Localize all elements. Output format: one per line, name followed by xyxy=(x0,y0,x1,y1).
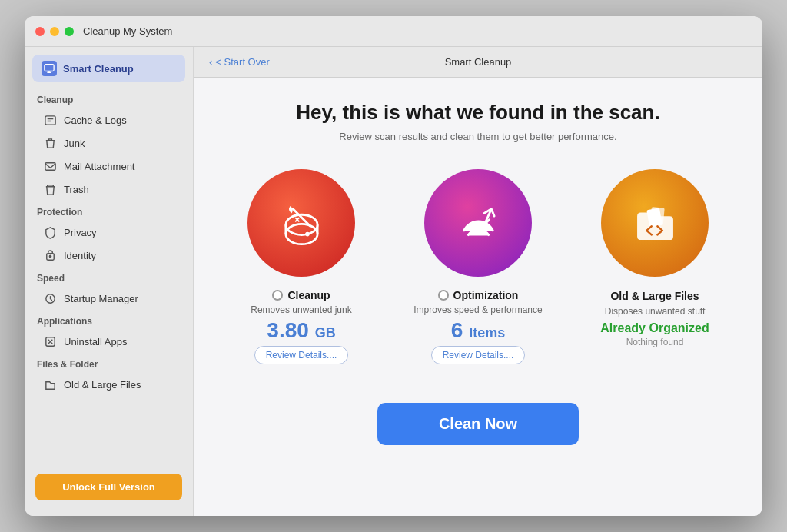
main-layout: Smart Cleanup Cleanup Cache & Logs xyxy=(25,47,762,516)
svg-rect-21 xyxy=(649,207,664,225)
section-label-protection: Protection xyxy=(25,201,193,221)
scan-headline: Hey, this is what we found in the scan. xyxy=(296,101,659,125)
cleanup-card-value: 3.80 GB xyxy=(267,320,335,341)
section-label-cleanup: Cleanup xyxy=(25,88,193,108)
old-large-files-card-desc: Disposes unwanted stuff xyxy=(605,306,706,317)
titlebar: Cleanup My System xyxy=(25,16,762,47)
start-over-button[interactable]: ‹ < Start Over xyxy=(209,56,270,68)
cleanup-card-title: Cleanup xyxy=(287,289,330,301)
cache-logs-label: Cache & Logs xyxy=(64,115,127,126)
start-over-label: < Start Over xyxy=(215,56,269,68)
identity-label: Identity xyxy=(64,250,96,261)
old-large-files-nothing-found: Nothing found xyxy=(626,337,684,347)
trash-label: Trash xyxy=(64,184,89,195)
optimization-value-unit: Items xyxy=(469,325,505,341)
sidebar-item-junk[interactable]: Junk xyxy=(31,131,187,155)
close-button[interactable] xyxy=(35,27,45,36)
optimization-card-desc: Improves speed & performance xyxy=(413,304,542,315)
svg-point-8 xyxy=(49,255,51,257)
old-large-files-title-row: Old & Large Files xyxy=(610,289,699,303)
sidebar-item-trash[interactable]: Trash xyxy=(31,178,187,201)
content-main: Hey, this is what we found in the scan. … xyxy=(194,78,762,516)
sidebar: Smart Cleanup Cleanup Cache & Logs xyxy=(25,47,194,516)
section-label-speed: Speed xyxy=(25,267,193,287)
privacy-icon xyxy=(43,225,57,239)
cleanup-value-unit: GB xyxy=(315,325,336,341)
svg-point-19 xyxy=(476,228,480,233)
optimization-review-button[interactable]: Review Details.... xyxy=(431,346,526,364)
sidebar-item-privacy[interactable]: Privacy xyxy=(31,221,187,244)
cleanup-radio[interactable] xyxy=(272,290,283,301)
privacy-label: Privacy xyxy=(64,227,97,238)
minimize-button[interactable] xyxy=(50,27,59,36)
toolbar-title: Smart Cleanup xyxy=(445,56,512,68)
old-large-files-icon xyxy=(43,377,57,391)
cleanup-radio-row: Cleanup xyxy=(272,289,330,301)
sidebar-item-mail-attachment[interactable]: Mail Attachment xyxy=(31,155,187,178)
smart-cleanup-icon xyxy=(42,61,57,76)
maximize-button[interactable] xyxy=(65,27,74,36)
cleanup-review-button[interactable]: Review Details.... xyxy=(254,346,349,364)
cache-logs-icon xyxy=(43,113,57,127)
junk-icon xyxy=(43,136,57,150)
card-optimization: Optimization Improves speed & performanc… xyxy=(401,169,555,364)
card-old-large-files: Old & Large Files Disposes unwanted stuf… xyxy=(578,169,732,364)
optimization-card-value: 6 Items xyxy=(451,320,505,341)
svg-rect-0 xyxy=(45,65,54,71)
content-area: ‹ < Start Over Smart Cleanup Hey, this i… xyxy=(194,47,762,516)
section-label-applications: Applications xyxy=(25,310,193,330)
cards-row: ✕ Cleanup Removes unwanted junk 3.80 GB xyxy=(224,169,732,364)
old-large-files-label: Old & Large Files xyxy=(64,379,141,391)
trash-icon xyxy=(43,182,57,196)
cleanup-icon-circle: ✕ xyxy=(247,169,355,277)
smart-cleanup-label: Smart Cleanup xyxy=(63,63,134,75)
optimization-radio-row: Optimization xyxy=(438,289,519,301)
mail-attachment-label: Mail Attachment xyxy=(64,161,135,172)
clean-now-button[interactable]: Clean Now xyxy=(377,403,579,445)
sidebar-item-old-large-files[interactable]: Old & Large Files xyxy=(31,373,187,396)
app-title: Cleanup My System xyxy=(83,25,172,37)
identity-icon xyxy=(43,248,57,262)
svg-text:✕: ✕ xyxy=(294,215,301,223)
optimization-radio[interactable] xyxy=(438,290,449,301)
optimization-icon-circle xyxy=(424,169,532,277)
junk-label: Junk xyxy=(64,138,85,149)
sidebar-item-smart-cleanup[interactable]: Smart Cleanup xyxy=(32,55,185,82)
svg-rect-3 xyxy=(45,115,55,124)
old-large-files-organized-label: Already Organized xyxy=(600,321,709,335)
uninstall-apps-icon xyxy=(43,334,57,348)
optimization-card-title: Optimization xyxy=(453,289,519,301)
startup-manager-label: Startup Manager xyxy=(64,293,138,304)
sidebar-item-identity[interactable]: Identity xyxy=(31,244,187,267)
app-window: Cleanup My System Smart Cleanup Cleanup xyxy=(25,16,762,516)
startup-manager-icon xyxy=(43,291,57,305)
old-large-files-card-title: Old & Large Files xyxy=(610,290,699,302)
scan-subtitle: Review scan results and clean them to ge… xyxy=(339,131,616,142)
sidebar-item-cache-logs[interactable]: Cache & Logs xyxy=(31,108,187,131)
svg-rect-6 xyxy=(45,162,55,169)
traffic-lights xyxy=(35,27,74,36)
cleanup-card-desc: Removes unwanted junk xyxy=(251,304,351,315)
start-over-chevron: ‹ xyxy=(209,56,212,68)
optimization-value-number: 6 xyxy=(451,318,463,342)
sidebar-item-startup-manager[interactable]: Startup Manager xyxy=(31,287,187,310)
svg-point-15 xyxy=(305,231,310,236)
mail-attachment-icon xyxy=(43,159,57,173)
sidebar-item-uninstall-apps[interactable]: Uninstall Apps xyxy=(31,330,187,353)
section-label-files-folder: Files & Folder xyxy=(25,353,193,373)
old-large-files-icon-circle xyxy=(601,169,709,277)
uninstall-apps-label: Uninstall Apps xyxy=(64,336,127,347)
card-cleanup: ✕ Cleanup Removes unwanted junk 3.80 GB xyxy=(224,169,378,364)
content-toolbar: ‹ < Start Over Smart Cleanup xyxy=(194,47,762,78)
cleanup-value-number: 3.80 xyxy=(267,318,309,342)
unlock-full-version-button[interactable]: Unlock Full Version xyxy=(35,474,182,500)
